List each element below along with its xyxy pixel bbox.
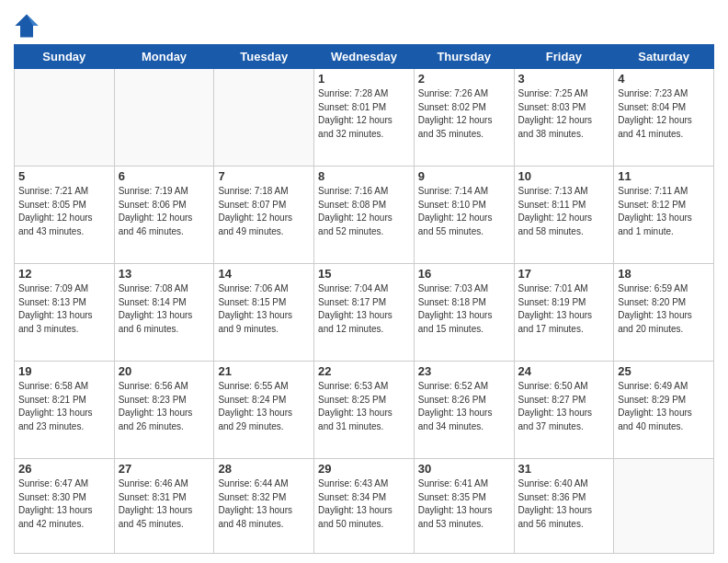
calendar-cell: 28Sunrise: 6:44 AMSunset: 8:32 PMDayligh…	[214, 459, 314, 554]
calendar-cell: 9Sunrise: 7:14 AMSunset: 8:10 PMDaylight…	[414, 167, 514, 264]
day-number: 5	[18, 169, 110, 183]
calendar-cell: 26Sunrise: 6:47 AMSunset: 8:30 PMDayligh…	[15, 459, 115, 554]
day-info: Sunrise: 6:40 AMSunset: 8:36 PMDaylight:…	[518, 477, 610, 531]
day-info: Sunrise: 7:03 AMSunset: 8:18 PMDaylight:…	[418, 282, 510, 336]
day-info: Sunrise: 6:52 AMSunset: 8:26 PMDaylight:…	[418, 380, 510, 433]
day-number: 29	[318, 462, 410, 476]
day-number: 17	[518, 267, 610, 281]
day-number: 23	[418, 364, 510, 378]
day-number: 2	[418, 72, 510, 86]
weekday-header-tuesday: Tuesday	[214, 45, 314, 69]
week-row-2: 12Sunrise: 7:09 AMSunset: 8:13 PMDayligh…	[15, 264, 714, 362]
day-number: 7	[218, 169, 310, 183]
page: SundayMondayTuesdayWednesdayThursdayFrid…	[0, 0, 728, 563]
calendar-cell: 5Sunrise: 7:21 AMSunset: 8:05 PMDaylight…	[15, 167, 115, 264]
day-number: 21	[218, 364, 310, 378]
day-info: Sunrise: 6:56 AMSunset: 8:23 PMDaylight:…	[119, 380, 210, 433]
day-info: Sunrise: 7:28 AMSunset: 8:01 PMDaylight:…	[318, 87, 410, 141]
calendar-table: SundayMondayTuesdayWednesdayThursdayFrid…	[14, 44, 714, 554]
weekday-header-sunday: Sunday	[15, 45, 115, 69]
logo-icon	[14, 13, 40, 39]
calendar-cell: 23Sunrise: 6:52 AMSunset: 8:26 PMDayligh…	[414, 362, 514, 459]
calendar-cell: 22Sunrise: 6:53 AMSunset: 8:25 PMDayligh…	[314, 362, 415, 459]
day-info: Sunrise: 7:09 AMSunset: 8:13 PMDaylight:…	[18, 282, 110, 336]
day-number: 25	[618, 364, 710, 378]
calendar-cell: 6Sunrise: 7:19 AMSunset: 8:06 PMDaylight…	[114, 167, 214, 264]
week-row-4: 26Sunrise: 6:47 AMSunset: 8:30 PMDayligh…	[15, 459, 714, 554]
day-info: Sunrise: 6:50 AMSunset: 8:27 PMDaylight:…	[518, 380, 610, 433]
calendar-cell: 16Sunrise: 7:03 AMSunset: 8:18 PMDayligh…	[414, 264, 514, 362]
day-info: Sunrise: 6:43 AMSunset: 8:34 PMDaylight:…	[318, 477, 410, 531]
day-info: Sunrise: 7:26 AMSunset: 8:02 PMDaylight:…	[418, 87, 510, 141]
calendar-cell: 10Sunrise: 7:13 AMSunset: 8:11 PMDayligh…	[514, 167, 614, 264]
day-number: 28	[218, 462, 310, 476]
day-number: 26	[18, 462, 110, 476]
day-number: 30	[418, 462, 510, 476]
weekday-header-wednesday: Wednesday	[314, 45, 415, 69]
day-info: Sunrise: 7:25 AMSunset: 8:03 PMDaylight:…	[518, 87, 610, 141]
day-info: Sunrise: 7:13 AMSunset: 8:11 PMDaylight:…	[518, 185, 610, 238]
day-number: 3	[518, 72, 610, 86]
calendar-cell: 17Sunrise: 7:01 AMSunset: 8:19 PMDayligh…	[514, 264, 614, 362]
week-row-3: 19Sunrise: 6:58 AMSunset: 8:21 PMDayligh…	[15, 362, 714, 459]
calendar-cell: 25Sunrise: 6:49 AMSunset: 8:29 PMDayligh…	[614, 362, 714, 459]
day-info: Sunrise: 6:59 AMSunset: 8:20 PMDaylight:…	[618, 282, 710, 336]
day-info: Sunrise: 7:14 AMSunset: 8:10 PMDaylight:…	[418, 185, 510, 238]
day-info: Sunrise: 7:18 AMSunset: 8:07 PMDaylight:…	[218, 185, 310, 238]
day-info: Sunrise: 7:23 AMSunset: 8:04 PMDaylight:…	[618, 87, 710, 141]
calendar-cell: 18Sunrise: 6:59 AMSunset: 8:20 PMDayligh…	[614, 264, 714, 362]
day-info: Sunrise: 7:19 AMSunset: 8:06 PMDaylight:…	[119, 185, 210, 238]
day-number: 31	[518, 462, 610, 476]
weekday-header-friday: Friday	[514, 45, 614, 69]
weekday-header-thursday: Thursday	[414, 45, 514, 69]
day-number: 16	[418, 267, 510, 281]
calendar-cell	[114, 69, 214, 167]
calendar-cell: 11Sunrise: 7:11 AMSunset: 8:12 PMDayligh…	[614, 167, 714, 264]
weekday-header-saturday: Saturday	[614, 45, 714, 69]
day-info: Sunrise: 7:16 AMSunset: 8:08 PMDaylight:…	[318, 185, 410, 238]
calendar-cell: 14Sunrise: 7:06 AMSunset: 8:15 PMDayligh…	[214, 264, 314, 362]
calendar-cell: 12Sunrise: 7:09 AMSunset: 8:13 PMDayligh…	[15, 264, 115, 362]
day-info: Sunrise: 7:11 AMSunset: 8:12 PMDaylight:…	[618, 185, 710, 238]
calendar-cell	[15, 69, 115, 167]
day-info: Sunrise: 6:53 AMSunset: 8:25 PMDaylight:…	[318, 380, 410, 433]
day-number: 19	[18, 364, 110, 378]
calendar-cell: 8Sunrise: 7:16 AMSunset: 8:08 PMDaylight…	[314, 167, 415, 264]
day-number: 27	[119, 462, 210, 476]
calendar-cell: 24Sunrise: 6:50 AMSunset: 8:27 PMDayligh…	[514, 362, 614, 459]
calendar-cell: 21Sunrise: 6:55 AMSunset: 8:24 PMDayligh…	[214, 362, 314, 459]
day-info: Sunrise: 6:47 AMSunset: 8:30 PMDaylight:…	[18, 477, 110, 531]
day-number: 10	[518, 169, 610, 183]
calendar-cell: 30Sunrise: 6:41 AMSunset: 8:35 PMDayligh…	[414, 459, 514, 554]
day-info: Sunrise: 6:49 AMSunset: 8:29 PMDaylight:…	[618, 380, 710, 433]
calendar-cell: 31Sunrise: 6:40 AMSunset: 8:36 PMDayligh…	[514, 459, 614, 554]
weekday-header-monday: Monday	[114, 45, 214, 69]
calendar-cell: 15Sunrise: 7:04 AMSunset: 8:17 PMDayligh…	[314, 264, 415, 362]
calendar-cell	[214, 69, 314, 167]
calendar-cell: 1Sunrise: 7:28 AMSunset: 8:01 PMDaylight…	[314, 69, 415, 167]
calendar-cell	[614, 459, 714, 554]
day-number: 1	[318, 72, 410, 86]
day-info: Sunrise: 6:44 AMSunset: 8:32 PMDaylight:…	[218, 477, 310, 531]
day-info: Sunrise: 7:01 AMSunset: 8:19 PMDaylight:…	[518, 282, 610, 336]
day-number: 13	[119, 267, 210, 281]
day-number: 8	[318, 169, 410, 183]
day-number: 18	[618, 267, 710, 281]
day-info: Sunrise: 7:06 AMSunset: 8:15 PMDaylight:…	[218, 282, 310, 336]
calendar-cell: 27Sunrise: 6:46 AMSunset: 8:31 PMDayligh…	[114, 459, 214, 554]
day-info: Sunrise: 7:04 AMSunset: 8:17 PMDaylight:…	[318, 282, 410, 336]
calendar-cell: 2Sunrise: 7:26 AMSunset: 8:02 PMDaylight…	[414, 69, 514, 167]
day-info: Sunrise: 6:46 AMSunset: 8:31 PMDaylight:…	[119, 477, 210, 531]
day-number: 12	[18, 267, 110, 281]
calendar-cell: 3Sunrise: 7:25 AMSunset: 8:03 PMDaylight…	[514, 69, 614, 167]
day-number: 15	[318, 267, 410, 281]
calendar-cell: 4Sunrise: 7:23 AMSunset: 8:04 PMDaylight…	[614, 69, 714, 167]
logo	[14, 13, 41, 39]
weekday-header-row: SundayMondayTuesdayWednesdayThursdayFrid…	[15, 45, 714, 69]
calendar-cell: 29Sunrise: 6:43 AMSunset: 8:34 PMDayligh…	[314, 459, 415, 554]
day-number: 9	[418, 169, 510, 183]
day-number: 11	[618, 169, 710, 183]
day-info: Sunrise: 7:08 AMSunset: 8:14 PMDaylight:…	[119, 282, 210, 336]
calendar-cell: 13Sunrise: 7:08 AMSunset: 8:14 PMDayligh…	[114, 264, 214, 362]
day-info: Sunrise: 6:41 AMSunset: 8:35 PMDaylight:…	[418, 477, 510, 531]
